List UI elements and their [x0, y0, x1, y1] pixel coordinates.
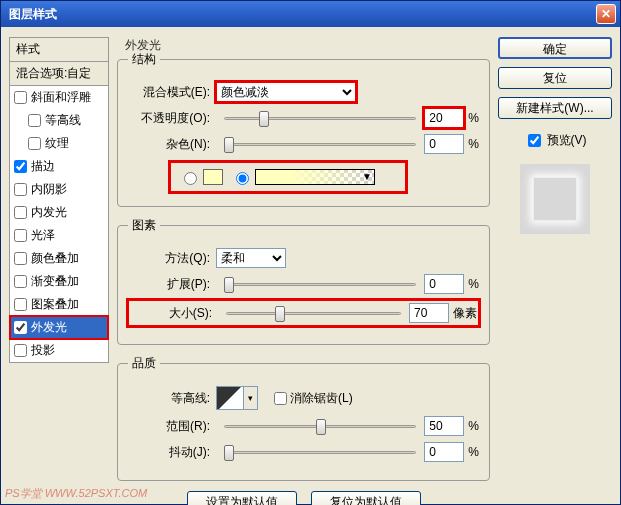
sidebar-checkbox-8[interactable] [14, 275, 27, 288]
sidebar-item-5[interactable]: 内发光 [10, 201, 108, 224]
sidebar-label-10: 外发光 [31, 319, 67, 336]
sidebar-label-9: 图案叠加 [31, 296, 79, 313]
sidebar-header[interactable]: 样式 [9, 37, 109, 62]
spread-slider[interactable] [224, 275, 416, 293]
sidebar-checkbox-2[interactable] [28, 137, 41, 150]
watermark: PS学堂 WWW.52PSXT.COM [5, 486, 147, 501]
sidebar-item-7[interactable]: 颜色叠加 [10, 247, 108, 270]
sidebar-label-6: 光泽 [31, 227, 55, 244]
size-input[interactable] [409, 303, 449, 323]
sidebar-label-11: 投影 [31, 342, 55, 359]
spread-label: 扩展(P): [128, 276, 210, 293]
glow-color-row [168, 160, 408, 194]
noise-label: 杂色(N): [128, 136, 210, 153]
size-label: 大小(S): [130, 305, 212, 322]
sidebar-label-8: 渐变叠加 [31, 273, 79, 290]
noise-slider[interactable] [224, 135, 416, 153]
titlebar: 图层样式 ✕ [1, 1, 620, 27]
jitter-unit: % [468, 445, 479, 459]
sidebar-checkbox-10[interactable] [14, 321, 27, 334]
sidebar-item-4[interactable]: 内阴影 [10, 178, 108, 201]
opacity-unit: % [468, 111, 479, 125]
range-slider[interactable] [224, 417, 416, 435]
make-default-button[interactable]: 设置为默认值 [187, 491, 297, 505]
contour-label: 等高线: [128, 390, 210, 407]
solid-color-swatch[interactable] [203, 169, 223, 185]
quality-legend: 品质 [128, 355, 160, 372]
gradient-swatch[interactable] [255, 169, 375, 185]
sidebar-item-10[interactable]: 外发光 [10, 316, 108, 339]
elements-legend: 图素 [128, 217, 160, 234]
sidebar-checkbox-7[interactable] [14, 252, 27, 265]
preview-checkbox[interactable] [528, 134, 541, 147]
sidebar-item-3[interactable]: 描边 [10, 155, 108, 178]
sidebar-label-3: 描边 [31, 158, 55, 175]
sidebar-label-4: 内阴影 [31, 181, 67, 198]
ok-button[interactable]: 确定 [498, 37, 612, 59]
sidebar-checkbox-4[interactable] [14, 183, 27, 196]
sidebar-item-1[interactable]: 等高线 [10, 109, 108, 132]
close-button[interactable]: ✕ [596, 4, 616, 24]
preview-thumbnail [533, 177, 577, 221]
size-slider[interactable] [226, 304, 401, 322]
size-unit: 像素 [453, 305, 477, 322]
solid-color-radio[interactable] [184, 172, 197, 185]
jitter-input[interactable] [424, 442, 464, 462]
contour-dropdown[interactable]: ▾ [244, 386, 258, 410]
sidebar-item-2[interactable]: 纹理 [10, 132, 108, 155]
sidebar-checkbox-11[interactable] [14, 344, 27, 357]
range-unit: % [468, 419, 479, 433]
spread-unit: % [468, 277, 479, 291]
antialias-checkbox[interactable] [274, 392, 287, 405]
sidebar-item-11[interactable]: 投影 [10, 339, 108, 362]
right-column: 确定 复位 新建样式(W)... 预览(V) [498, 37, 612, 494]
quality-fieldset: 品质 等高线: ▾ 消除锯齿(L) 范围(R): % [117, 355, 490, 481]
sidebar-item-8[interactable]: 渐变叠加 [10, 270, 108, 293]
elements-fieldset: 图素 方法(Q): 柔和 扩展(P): % 大小(S): [117, 217, 490, 345]
range-input[interactable] [424, 416, 464, 436]
blend-mode-label: 混合模式(E): [128, 84, 210, 101]
sidebar-label-5: 内发光 [31, 204, 67, 221]
structure-fieldset: 结构 混合模式(E): 颜色减淡 不透明度(O): % 杂色(N [117, 51, 490, 207]
gradient-radio[interactable] [236, 172, 249, 185]
sidebar-checkbox-0[interactable] [14, 91, 27, 104]
sidebar-label-2: 纹理 [45, 135, 69, 152]
sidebar-checkbox-3[interactable] [14, 160, 27, 173]
reset-default-button[interactable]: 复位为默认值 [311, 491, 421, 505]
opacity-slider[interactable] [224, 109, 416, 127]
sidebar-item-9[interactable]: 图案叠加 [10, 293, 108, 316]
antialias-label: 消除锯齿(L) [290, 390, 353, 407]
sidebar-checkbox-5[interactable] [14, 206, 27, 219]
sidebar-blending-options[interactable]: 混合选项:自定 [9, 62, 109, 86]
window-title: 图层样式 [9, 6, 596, 23]
new-style-button[interactable]: 新建样式(W)... [498, 97, 612, 119]
sidebar-checkbox-1[interactable] [28, 114, 41, 127]
contour-picker[interactable] [216, 386, 244, 410]
sidebar-label-1: 等高线 [45, 112, 81, 129]
technique-label: 方法(Q): [128, 250, 210, 267]
sidebar-checkbox-9[interactable] [14, 298, 27, 311]
sidebar-item-6[interactable]: 光泽 [10, 224, 108, 247]
main-panel: 外发光 结构 混合模式(E): 颜色减淡 不透明度(O): % [109, 37, 498, 494]
preview-label: 预览(V) [547, 132, 587, 149]
jitter-slider[interactable] [224, 443, 416, 461]
sidebar-label-7: 颜色叠加 [31, 250, 79, 267]
opacity-input[interactable] [424, 108, 464, 128]
noise-unit: % [468, 137, 479, 151]
range-label: 范围(R): [128, 418, 210, 435]
preview-box [520, 164, 590, 234]
sidebar-item-0[interactable]: 斜面和浮雕 [10, 86, 108, 109]
blend-mode-select[interactable]: 颜色减淡 [216, 82, 356, 102]
technique-select[interactable]: 柔和 [216, 248, 286, 268]
panel-title: 外发光 [125, 37, 161, 54]
sidebar-label-0: 斜面和浮雕 [31, 89, 91, 106]
styles-sidebar: 样式 混合选项:自定 斜面和浮雕等高线纹理描边内阴影内发光光泽颜色叠加渐变叠加图… [9, 37, 109, 494]
cancel-button[interactable]: 复位 [498, 67, 612, 89]
spread-input[interactable] [424, 274, 464, 294]
noise-input[interactable] [424, 134, 464, 154]
sidebar-checkbox-6[interactable] [14, 229, 27, 242]
opacity-label: 不透明度(O): [128, 110, 210, 127]
jitter-label: 抖动(J): [128, 444, 210, 461]
